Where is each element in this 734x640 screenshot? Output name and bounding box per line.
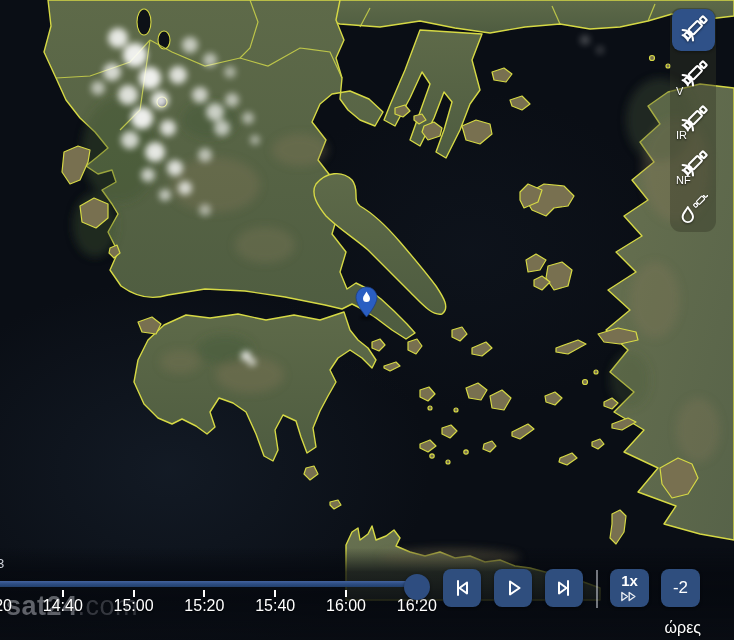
- layer-label: NF: [676, 175, 691, 186]
- map-pin-icon: [355, 286, 378, 319]
- timeline-tick-label: 15:00: [114, 597, 154, 615]
- timeline-tick: [62, 590, 64, 597]
- timeline-tick-label: 14:40: [43, 597, 83, 615]
- timeline-tick-label: 15:20: [184, 597, 224, 615]
- timeline-tick-label: 15:40: [255, 597, 295, 615]
- timeline-tick-label: 16:00: [326, 597, 366, 615]
- timeline-track[interactable]: [0, 581, 417, 587]
- play-icon: [501, 576, 525, 600]
- timeline-scrubber-handle[interactable]: [404, 574, 430, 600]
- playback-speed-button[interactable]: 1x: [610, 569, 649, 607]
- skip-to-end-button[interactable]: [545, 569, 583, 607]
- frame-counter: 3: [0, 556, 4, 571]
- offset-value: -2: [673, 578, 688, 598]
- skip-to-start-button[interactable]: [443, 569, 481, 607]
- map-canvas[interactable]: [0, 0, 734, 640]
- layer-label: V: [676, 86, 683, 97]
- speed-label: 1x: [621, 573, 638, 590]
- controls-divider: [596, 570, 598, 608]
- skip-to-start-icon: [450, 576, 474, 600]
- timeline-tick: [345, 590, 347, 597]
- satellite-map-view: V IR: [0, 0, 734, 640]
- rain-drop-satellite-icon: [678, 195, 708, 225]
- hour-offset-button[interactable]: -2: [661, 569, 700, 607]
- timeline-tick: [133, 590, 135, 597]
- layer-toolbar: V IR: [670, 8, 716, 232]
- layer-visual-button[interactable]: V: [670, 53, 716, 98]
- layer-rain-button[interactable]: [670, 187, 716, 232]
- fast-forward-icon: [618, 590, 642, 603]
- hours-unit-label: ώρες: [665, 619, 701, 637]
- play-button[interactable]: [494, 569, 532, 607]
- timeline-tick-label: 14:20: [0, 597, 12, 615]
- layer-satellite-button[interactable]: [672, 9, 715, 51]
- skip-to-end-icon: [552, 576, 576, 600]
- layer-nf-button[interactable]: NF: [670, 142, 716, 187]
- timeline-tick: [274, 590, 276, 597]
- layer-infrared-button[interactable]: IR: [670, 98, 716, 143]
- athens-location-pin[interactable]: [355, 286, 378, 319]
- satellite-icon: [678, 15, 708, 45]
- layer-label: IR: [676, 130, 687, 141]
- timeline-tick: [203, 590, 205, 597]
